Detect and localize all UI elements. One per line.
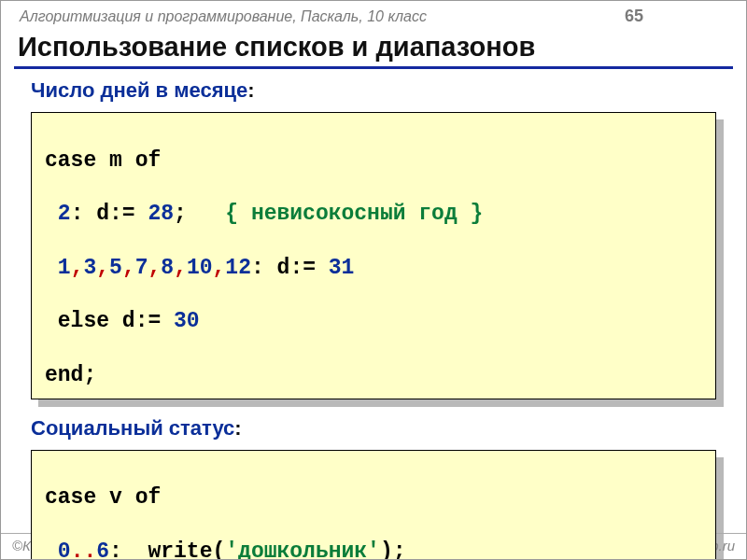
section-label-days: Число дней в месяце: [31,78,746,103]
code-kw: end [45,363,83,387]
code-kw: case [45,148,96,173]
code-string: 'дошкольник' [225,539,380,560]
code-range: .. [71,539,97,560]
code-num: 2 [58,202,71,226]
code-op: d:= [109,309,174,333]
code-op: : d:= [251,256,329,280]
code-num: 1 [58,256,71,280]
course-name: Алгоритмизация и программирование, Паска… [20,8,427,25]
code-num: 6 [96,539,109,560]
code-op: ); [380,539,406,560]
code-kw: else [58,309,109,333]
code-var: m [96,148,134,173]
codeblock-days-content: case m of 2: d:= 28; { невисокосный год … [31,112,716,399]
code-num: 30 [174,309,200,333]
section-label-status-text: Социальный статус [31,416,234,440]
code-comment: { невисокосный год } [225,202,483,226]
section-label-status: Социальный статус: [31,416,746,441]
code-kw: case [45,485,96,510]
page-title: Использование списков и диапазонов [14,32,733,69]
code-num: 3 [83,256,96,280]
code-op: : d:= [71,202,148,226]
code-num: 28 [148,202,174,226]
codeblock-status: case v of 0..6: write('дошкольник'); 7..… [31,450,716,561]
code-num: 7 [135,256,148,280]
code-op: ; [83,363,96,387]
code-num: 8 [161,256,174,280]
code-num: 10 [187,256,213,280]
code-num: 31 [329,256,355,280]
page-number: 65 [625,7,643,26]
slide-header: Алгоритмизация и программирование, Паска… [1,1,746,28]
code-num: 0 [58,539,71,560]
code-var: v [96,485,134,510]
code-kw: of [135,148,162,173]
code-num: 12 [225,256,251,280]
code-num: 5 [109,256,122,280]
code-op: : write( [109,539,225,560]
code-kw: of [135,485,162,510]
code-op: ; [174,202,225,226]
section-label-days-text: Число дней в месяце [31,78,247,102]
codeblock-status-content: case v of 0..6: write('дошкольник'); 7..… [31,450,716,561]
codeblock-days: case m of 2: d:= 28; { невисокосный год … [31,112,716,399]
